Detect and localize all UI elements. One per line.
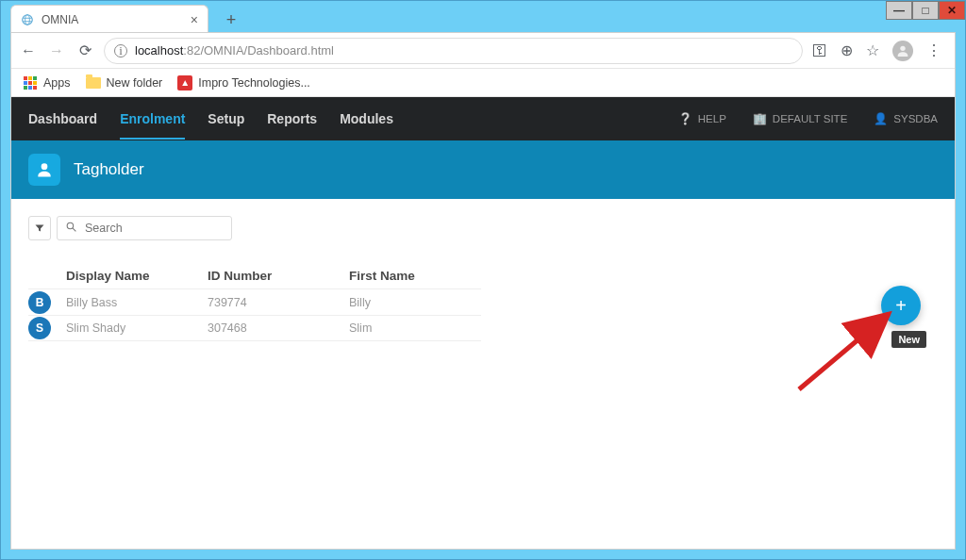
url-host: localhost <box>135 43 183 58</box>
site-icon: 🏢 <box>753 112 767 125</box>
nav-help-label: HELP <box>698 113 726 124</box>
nav-user[interactable]: 👤SYSDBA <box>874 112 938 125</box>
window-maximize-button[interactable]: □ <box>912 1 939 20</box>
nav-enrolment[interactable]: Enrolment <box>120 111 185 140</box>
tab-title: OMNIA <box>42 13 78 26</box>
nav-user-label: SYSDBA <box>893 113 938 124</box>
bookmark-apps-label: Apps <box>43 76 71 90</box>
search-input[interactable] <box>85 222 224 235</box>
svg-point-0 <box>23 14 33 25</box>
svg-point-3 <box>42 163 48 170</box>
reload-button[interactable]: ⟳ <box>75 41 94 60</box>
profile-avatar-icon[interactable] <box>892 41 913 61</box>
cell-id-number: 307468 <box>208 321 349 335</box>
filter-button[interactable] <box>28 216 51 240</box>
site-info-icon[interactable]: i <box>114 44 127 58</box>
col-header-first-name[interactable]: First Name <box>349 269 481 283</box>
tagholder-table: Display Name ID Number First Name B Bill… <box>28 263 481 341</box>
nav-site[interactable]: 🏢DEFAULT SITE <box>753 112 847 125</box>
help-icon: ❔ <box>678 112 692 125</box>
nav-help[interactable]: ❔HELP <box>678 112 726 125</box>
filter-icon <box>34 222 45 234</box>
apps-icon <box>23 75 38 91</box>
address-bar[interactable]: i localhost:82/OMNIA/Dashboard.html <box>104 38 803 64</box>
bookmarks-bar: Apps New folder ▲ Impro Technologies... <box>11 69 955 97</box>
bookmark-newfolder-label: New folder <box>107 76 163 90</box>
impro-icon: ▲ <box>177 75 192 91</box>
star-icon[interactable]: ☆ <box>866 41 879 59</box>
nav-site-label: DEFAULT SITE <box>773 113 847 124</box>
fab-tooltip: New <box>891 331 926 348</box>
row-avatar: S <box>28 317 51 339</box>
folder-icon <box>86 75 101 91</box>
bookmark-impro-label: Impro Technologies... <box>198 76 310 90</box>
col-header-display-name[interactable]: Display Name <box>66 269 208 283</box>
new-tab-button[interactable]: + <box>218 7 244 33</box>
table-row[interactable]: S Slim Shady 307468 Slim <box>28 315 481 341</box>
nav-modules[interactable]: Modules <box>340 111 393 126</box>
table-row[interactable]: B Billy Bass 739774 Billy <box>28 288 481 315</box>
cell-first-name: Slim <box>349 321 481 335</box>
window-minimize-button[interactable]: — <box>886 1 912 20</box>
cell-display-name: Billy Bass <box>66 296 208 309</box>
browser-tabstrip: OMNIA × + <box>10 2 244 33</box>
user-icon: 👤 <box>874 112 888 125</box>
cell-first-name: Billy <box>349 296 481 309</box>
app-root: Dashboard Enrolment Setup Reports Module… <box>11 97 955 549</box>
svg-line-5 <box>73 228 75 231</box>
bookmark-newfolder[interactable]: New folder <box>86 75 163 91</box>
page-hero: Tagholder <box>11 140 955 199</box>
col-header-id-number[interactable]: ID Number <box>208 269 349 283</box>
bookmark-impro[interactable]: ▲ Impro Technologies... <box>177 75 310 91</box>
zoom-icon[interactable]: ⊕ <box>841 41 853 59</box>
tagholder-icon <box>28 154 60 186</box>
new-tagholder-fab[interactable]: + <box>881 286 921 325</box>
browser-tab[interactable]: OMNIA × <box>10 5 208 33</box>
search-box[interactable] <box>57 216 232 240</box>
back-button[interactable]: ← <box>19 41 38 60</box>
tab-favicon-icon <box>21 13 34 26</box>
url-path: :82/OMNIA/Dashboard.html <box>183 43 334 58</box>
cell-display-name: Slim Shady <box>66 321 208 335</box>
row-avatar: B <box>28 291 51 314</box>
browser-toolbar: ← → ⟳ i localhost:82/OMNIA/Dashboard.htm… <box>11 33 955 69</box>
forward-button[interactable]: → <box>47 41 66 60</box>
svg-point-4 <box>67 222 74 229</box>
page-content: Display Name ID Number First Name B Bill… <box>11 199 955 549</box>
window-close-button[interactable]: ✕ <box>939 1 965 20</box>
app-navbar: Dashboard Enrolment Setup Reports Module… <box>11 97 955 140</box>
nav-setup[interactable]: Setup <box>208 111 244 126</box>
search-icon <box>65 221 77 236</box>
page-title: Tagholder <box>74 160 144 179</box>
key-icon[interactable]: ⚿ <box>812 42 827 59</box>
bookmark-apps[interactable]: Apps <box>23 75 71 91</box>
cell-id-number: 739774 <box>208 296 349 309</box>
browser-menu-button[interactable]: ⋮ <box>926 41 941 59</box>
nav-dashboard[interactable]: Dashboard <box>28 111 97 126</box>
tab-close-icon[interactable]: × <box>191 12 198 27</box>
svg-point-2 <box>900 45 905 50</box>
nav-reports[interactable]: Reports <box>267 111 317 126</box>
svg-point-1 <box>25 14 30 25</box>
